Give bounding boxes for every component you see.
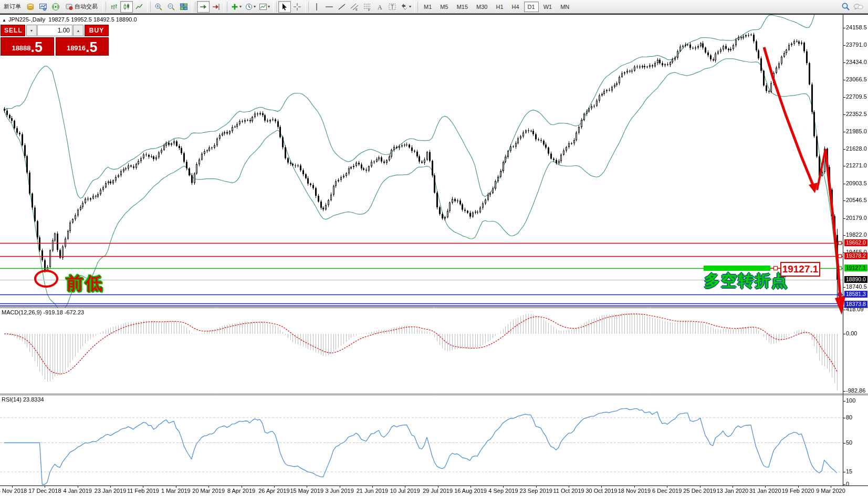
annotation-green-bar <box>704 266 770 271</box>
trendline-tool-button[interactable] <box>336 1 348 13</box>
auto-trading-button[interactable]: 自动交易 <box>62 1 101 13</box>
toolbar-separator <box>414 2 418 12</box>
sell-price-pips: .5 <box>31 40 43 55</box>
new-order-label: 新订单 <box>4 3 21 10</box>
chat-button[interactable] <box>852 1 865 13</box>
cursor-tool-button[interactable] <box>278 1 291 13</box>
market-watch-button[interactable] <box>37 1 49 13</box>
channel-tool-button[interactable]: E <box>348 1 361 13</box>
collapse-panel-icon[interactable]: ▲ <box>2 18 6 23</box>
tile-windows-icon <box>180 3 188 11</box>
trendline-icon <box>338 3 346 11</box>
toolbar-separator <box>273 2 277 12</box>
bar-chart-icon <box>110 3 118 11</box>
zoom-in-icon <box>154 3 163 11</box>
cursor-icon <box>280 3 289 11</box>
text-tool-button[interactable]: A <box>373 1 386 13</box>
indicators-button[interactable]: ▾ <box>229 1 243 13</box>
line-chart-type-button[interactable] <box>133 1 145 13</box>
periods-button[interactable]: ▾ <box>243 1 257 13</box>
chart-symbol: JPN225-,Daily <box>8 16 45 23</box>
bar-chart-type-button[interactable] <box>108 1 120 13</box>
volume-increase-button[interactable]: ▲ <box>73 25 83 36</box>
timeframe-button-M30[interactable]: M30 <box>473 2 491 12</box>
indicators-plus-icon <box>231 3 239 11</box>
auto-trading-icon <box>65 3 73 10</box>
text-label-icon: T <box>388 3 396 11</box>
timeframe-button-MN[interactable]: MN <box>557 2 573 12</box>
clock-icon <box>245 3 253 11</box>
chart-ohlc: 19827.5 19952.5 18492.5 18890.0 <box>48 16 137 23</box>
toolbar-separator <box>224 2 227 12</box>
chat-icon <box>853 3 863 11</box>
one-click-trading-panel: SELL ▼ 1.00 ▲ BUY 18888.5 18916.5 <box>1 25 109 56</box>
tile-windows-button[interactable] <box>177 1 190 13</box>
volume-stepper: ▼ 1.00 ▲ <box>26 25 83 36</box>
sell-price[interactable]: 18888.5 <box>1 37 54 56</box>
svg-text:T: T <box>391 4 394 10</box>
auto-scroll-button[interactable] <box>197 1 210 13</box>
main-toolbar: 新订单 自动交易 ▾ ▾ <box>0 0 868 14</box>
svg-text:F: F <box>368 8 370 11</box>
chart-canvas[interactable] <box>0 0 868 496</box>
annotation-turning-point: 多空转折点 <box>704 270 788 292</box>
zoom-in-button[interactable] <box>152 1 165 13</box>
search-button[interactable] <box>839 1 852 13</box>
timeframe-group: M1M5M15M30H1H4D1W1MN <box>420 2 573 12</box>
arrows-icon <box>400 3 409 11</box>
zoom-out-icon <box>167 3 175 11</box>
templates-dropdown-caret-icon[interactable]: ▾ <box>268 4 270 9</box>
vertical-line-tool-button[interactable] <box>310 1 323 13</box>
candlestick-type-button[interactable] <box>120 1 133 13</box>
chart-shift-icon <box>212 3 220 11</box>
timeframe-button-M1[interactable]: M1 <box>420 2 435 12</box>
chart-title: ▲JPN225-,Daily 19827.5 19952.5 18492.5 1… <box>2 16 137 23</box>
annotation-previous-low: 前低 <box>66 272 104 296</box>
gold-coins-icon <box>26 3 35 11</box>
buy-button[interactable]: BUY <box>85 25 109 36</box>
crosshair-tool-button[interactable] <box>291 1 304 13</box>
svg-text:A: A <box>378 3 382 10</box>
timeframe-button-M5[interactable]: M5 <box>436 2 452 12</box>
timeframe-button-W1[interactable]: W1 <box>540 2 556 12</box>
buy-price-main: 18916 <box>67 42 86 55</box>
text-a-icon: A <box>375 3 384 11</box>
broadcast-icon <box>51 3 60 11</box>
buy-price[interactable]: 18916.5 <box>56 37 109 56</box>
volume-input[interactable]: 1.00 <box>37 25 72 36</box>
sell-price-main: 18888 <box>12 42 30 55</box>
indicators-dropdown-caret-icon[interactable]: ▾ <box>239 4 242 9</box>
timeframe-button-H4[interactable]: H4 <box>508 2 523 12</box>
periods-dropdown-caret-icon[interactable]: ▾ <box>254 4 256 9</box>
fibonacci-tool-button[interactable]: F <box>361 1 373 13</box>
arrows-tool-button[interactable]: ▾ <box>399 1 413 13</box>
arrows-dropdown-caret-icon[interactable]: ▾ <box>409 4 411 9</box>
gold-coins-button[interactable] <box>24 1 37 13</box>
timeframe-button-H1[interactable]: H1 <box>492 2 507 12</box>
volume-decrease-button[interactable]: ▼ <box>26 25 37 36</box>
toolbar-separator <box>102 2 106 12</box>
timeframe-button-M15[interactable]: M15 <box>453 2 472 12</box>
auto-trading-label: 自动交易 <box>75 3 98 10</box>
new-order-button[interactable]: 新订单 <box>1 1 24 13</box>
equidistant-channel-icon: E <box>350 3 359 11</box>
fibonacci-icon: F <box>363 3 371 11</box>
chart-shift-button[interactable] <box>210 1 222 13</box>
market-watch-icon <box>39 3 47 11</box>
rsi-pane-label: RSI(14) 23.8334 <box>2 396 44 403</box>
toolbar-separator <box>305 2 309 12</box>
timeframe-button-D1[interactable]: D1 <box>524 2 539 12</box>
sell-button[interactable]: SELL <box>1 25 25 36</box>
vertical-line-icon <box>312 3 321 11</box>
line-chart-icon <box>135 3 143 11</box>
broadcast-button[interactable] <box>49 1 62 13</box>
toolbar-separator <box>192 2 195 12</box>
auto-scroll-icon <box>199 3 207 11</box>
annotation-level-box: 19127.1 <box>780 262 820 277</box>
crosshair-icon <box>293 3 301 11</box>
horizontal-line-tool-button[interactable] <box>323 1 336 13</box>
template-icon <box>259 3 267 11</box>
label-tool-button[interactable]: T <box>386 1 399 13</box>
templates-button[interactable]: ▾ <box>257 1 271 13</box>
zoom-out-button[interactable] <box>165 1 177 13</box>
